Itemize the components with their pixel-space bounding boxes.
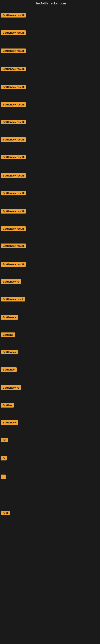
- bottleneck-badge: Bottleneck: [1, 315, 18, 320]
- bottleneck-badge: Bottleneck result: [1, 120, 26, 124]
- bottleneck-badge: Bottleneck result: [1, 155, 26, 160]
- bottleneck-badge: Bottleneck result: [1, 30, 26, 35]
- bottleneck-badge: Bott: [1, 511, 10, 516]
- bottleneck-item: Bottleneck: [1, 315, 18, 320]
- bottleneck-badge: Bottleneck result: [1, 226, 26, 231]
- bottleneck-item: Bo: [1, 438, 8, 443]
- bottleneck-item: Bott: [1, 511, 10, 516]
- bottleneck-item: Bottleneck result: [1, 173, 26, 179]
- bottleneck-item: Bottleneck: [1, 350, 18, 355]
- bottleneck-badge: Bottleneck resul: [1, 297, 25, 302]
- bottleneck-item: Bottleneck result: [1, 13, 26, 18]
- bottleneck-item: Bottlen: [1, 403, 14, 408]
- bottleneck-item: Bottleneck result: [1, 155, 26, 160]
- bottleneck-badge: Bottleneck result: [1, 102, 26, 107]
- bottleneck-item: Bottleneck result: [1, 120, 26, 125]
- bottleneck-badge: Bottlen: [1, 403, 14, 408]
- bottleneck-badge: Bottleneck result: [1, 48, 26, 53]
- bottleneck-badge: Bottleneck: [1, 350, 18, 354]
- bottleneck-badge: Bottleneck: [1, 420, 18, 425]
- bottleneck-item: Bottleneck result: [1, 209, 26, 214]
- bottleneck-item: Bottleneck resul: [1, 297, 25, 302]
- bottleneck-badge: Bottleneck result: [1, 13, 26, 18]
- bottleneck-badge: Bottleneck result: [1, 191, 26, 196]
- bottleneck-badge: |: [1, 474, 6, 479]
- content-area: Bottleneck resultBottleneck resultBottle…: [0, 8, 100, 644]
- bottleneck-item: Bottleneck re: [1, 386, 21, 391]
- bottleneck-item: Bottleneck result: [1, 137, 26, 143]
- bottleneck-badge: B: [1, 456, 7, 460]
- bottleneck-item: B: [1, 456, 7, 461]
- bottleneck-item: Bottleneck re: [1, 279, 21, 285]
- bottleneck-badge: Bottleneck result: [1, 173, 26, 178]
- bottleneck-badge: Bottlenec: [1, 367, 17, 372]
- bottleneck-badge: Bottleneck result: [1, 85, 26, 89]
- bottleneck-badge: Bo: [1, 438, 8, 442]
- bottleneck-item: Bottleneck result: [1, 226, 26, 232]
- bottleneck-badge: Bottleneck result: [1, 209, 26, 214]
- bottleneck-badge: Bottleneck result: [1, 66, 26, 71]
- bottleneck-item: Bottleneck result: [1, 66, 26, 72]
- bottleneck-item: Bottleneck result: [1, 102, 26, 108]
- bottleneck-item: Bottleneck result: [1, 85, 26, 90]
- site-title: TheBottlenecker.com: [0, 0, 100, 8]
- bottleneck-item: Bottleneck result: [1, 30, 26, 36]
- bottleneck-badge: Bottleneck re: [1, 386, 21, 390]
- bottleneck-item: Bottleneck result: [1, 244, 26, 249]
- bottleneck-badge: Bottleneck result: [1, 244, 26, 248]
- bottleneck-item: |: [1, 474, 6, 480]
- bottleneck-item: Bottlene: [1, 332, 15, 338]
- bottleneck-badge: Bottleneck re: [1, 279, 21, 284]
- bottleneck-item: Bottlenec: [1, 367, 17, 373]
- bottleneck-badge: Bottleneck result: [1, 137, 26, 142]
- bottleneck-badge: Bottlene: [1, 332, 15, 337]
- bottleneck-item: Bottleneck result: [1, 262, 26, 268]
- bottleneck-item: Bottleneck result: [1, 48, 26, 54]
- bottleneck-item: Bottleneck result: [1, 191, 26, 196]
- bottleneck-badge: Bottleneck result: [1, 262, 26, 267]
- bottleneck-item: Bottleneck: [1, 420, 18, 426]
